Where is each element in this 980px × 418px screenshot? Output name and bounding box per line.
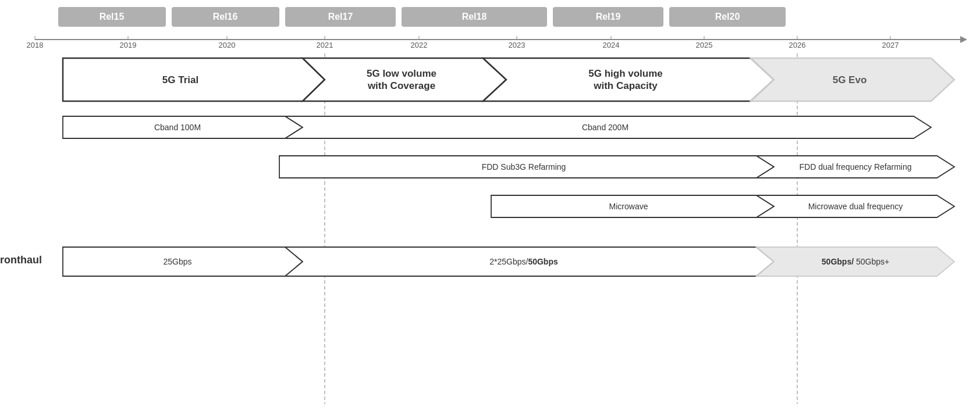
svg-text:Rel16: Rel16 (213, 12, 238, 22)
svg-text:50Gbps/ 50Gbps+: 50Gbps/ 50Gbps+ (822, 257, 889, 266)
svg-text:5G low volume: 5G low volume (367, 68, 436, 79)
svg-text:2018: 2018 (27, 41, 44, 49)
svg-marker-38 (303, 58, 506, 101)
svg-text:Rel17: Rel17 (328, 12, 353, 22)
svg-text:Cband 100M: Cband 100M (154, 123, 201, 132)
svg-text:Rel18: Rel18 (462, 12, 487, 22)
svg-text:2023: 2023 (509, 41, 525, 49)
svg-text:2*25Gbps/50Gbps: 2*25Gbps/50Gbps (489, 257, 558, 266)
svg-text:Rel15: Rel15 (100, 12, 125, 22)
svg-text:2027: 2027 (882, 41, 899, 49)
svg-text:Rel20: Rel20 (715, 12, 740, 22)
svg-text:FDD Sub3G Refarming: FDD Sub3G Refarming (482, 162, 566, 172)
svg-marker-41 (483, 58, 774, 101)
svg-text:2020: 2020 (219, 41, 236, 49)
svg-text:with Capacity: with Capacity (593, 80, 658, 91)
svg-text:Rel19: Rel19 (596, 12, 621, 22)
svg-text:Microwave dual frequency: Microwave dual frequency (808, 202, 903, 211)
main-container: Rel15 Rel16 Rel17 Rel18 Rel19 Rel20 2018… (0, 0, 980, 418)
svg-text:2019: 2019 (120, 41, 137, 49)
svg-text:Fronthaul: Fronthaul (0, 254, 42, 266)
diagram-svg: Rel15 Rel16 Rel17 Rel18 Rel19 Rel20 2018… (0, 0, 980, 418)
svg-marker-13 (960, 36, 967, 43)
svg-text:2025: 2025 (696, 41, 713, 49)
svg-text:2021: 2021 (317, 41, 333, 49)
svg-text:Cband 200M: Cband 200M (582, 123, 629, 132)
svg-text:5G Trial: 5G Trial (162, 74, 198, 85)
svg-text:FDD dual frequency Refarming: FDD dual frequency Refarming (800, 162, 912, 172)
svg-text:with Coverage: with Coverage (367, 80, 435, 91)
svg-text:2022: 2022 (411, 41, 428, 49)
svg-text:5G Evo: 5G Evo (833, 74, 867, 85)
svg-text:2026: 2026 (789, 41, 806, 49)
svg-text:Microwave: Microwave (609, 202, 648, 211)
svg-text:25Gbps: 25Gbps (163, 257, 191, 266)
svg-text:5G high volume: 5G high volume (588, 68, 663, 79)
svg-text:2024: 2024 (603, 41, 620, 49)
